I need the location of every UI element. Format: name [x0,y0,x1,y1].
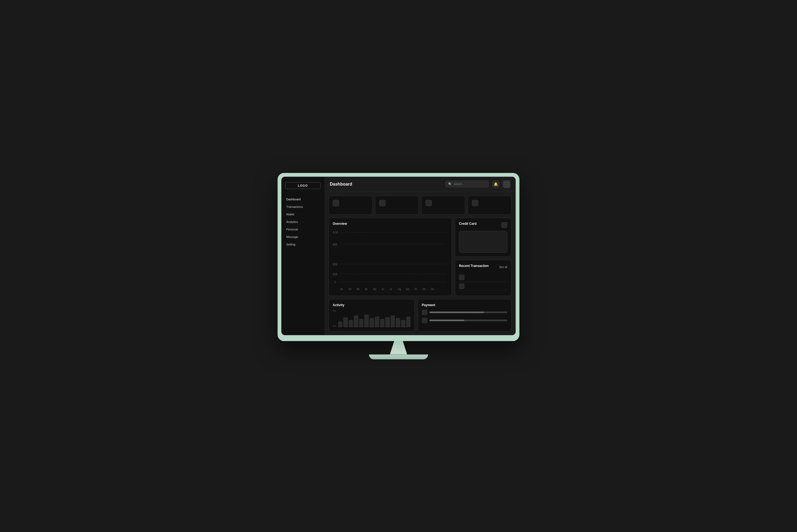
logo: LOGO [285,182,320,189]
sidebar: LOGO Dashboard Transactions Wallet Analy… [281,177,325,335]
overview-title: Overview [333,222,448,226]
bar-9 [380,319,384,327]
bar-3 [349,320,353,327]
search-icon: 🔍 [448,182,452,186]
credit-card-panel: Credit Card [455,218,511,257]
monitor-stand-neck [388,341,409,355]
stat-icon-1 [333,200,339,206]
search-box[interactable]: 🔍 [445,181,489,187]
bar-2 [344,318,348,327]
payment-icon-1 [422,310,427,315]
overview-panel: Overview $1100 [329,218,452,296]
overview-svg: $1100 $900 $300 $100 0 Jan Feb Mar A [333,228,448,292]
stat-card-1 [329,196,372,214]
header: Dashboard 🔍 🔔 [325,177,516,192]
svg-text:Sep: Sep [406,287,409,290]
search-input[interactable] [453,183,486,186]
stat-card-2 [375,196,419,214]
bar-5 [359,319,363,327]
activity-panel: Activity $3k $2k [329,299,414,331]
stat-cards-row [329,196,511,214]
svg-text:$100: $100 [333,272,337,276]
sidebar-item-wallet[interactable]: Wallet [285,211,320,218]
bar-11 [391,316,395,327]
sidebar-item-setting[interactable]: Setting [285,241,320,248]
transaction-icon-1 [459,275,464,280]
right-column: Credit Card Recent Transaction See all [455,218,511,296]
svg-text:Apr: Apr [365,287,368,290]
payment-bar-fill-2 [429,320,465,321]
sidebar-item-dashboard[interactable]: Dashboard [285,195,320,203]
sidebar-item-message[interactable]: Message [285,233,320,241]
recent-transaction-title: Recent Transaction [459,264,489,268]
bar-8 [375,317,379,327]
bar-13 [401,320,405,327]
see-all-link[interactable]: See all [499,266,507,269]
transaction-item-1 [459,273,507,282]
payment-title: Payment [422,303,507,307]
svg-text:Jan: Jan [340,287,343,290]
svg-text:Feb: Feb [349,287,351,290]
middle-row: Overview $1100 [329,218,511,296]
svg-text:May: May [373,287,377,290]
payment-bar-1 [429,311,507,313]
svg-text:Aug: Aug [398,287,401,290]
bar-14 [406,317,410,327]
recent-transaction-header: Recent Transaction See all [459,264,507,270]
svg-text:$900: $900 [333,242,337,246]
avatar[interactable] [503,180,510,188]
monitor-stand-base [369,355,428,359]
bottom-row: Activity $3k $2k [329,299,511,331]
stat-card-3 [421,196,465,214]
overview-chart: $1100 $900 $300 $100 0 Jan Feb Mar A [333,228,448,292]
svg-text:Nov: Nov [423,287,426,290]
credit-card-header: Credit Card [459,222,507,228]
stat-icon-2 [379,200,386,206]
payment-panel: Payment [418,299,511,331]
bar-1 [338,322,342,327]
credit-card-button[interactable] [501,222,507,228]
transaction-icon-2 [459,284,464,289]
content-area: Overview $1100 [325,192,516,335]
payment-item-2 [422,318,507,323]
svg-text:Jul: Jul [390,287,392,290]
stat-card-4 [468,196,512,214]
stat-icon-4 [472,200,478,206]
activity-y-label-1: $3k [333,310,336,312]
bar-7 [370,318,374,327]
sidebar-item-personal[interactable]: Personal [285,226,320,233]
transaction-item-2 [459,282,507,291]
activity-y-labels: $3k $2k [333,310,336,327]
bar-12 [396,318,400,327]
svg-text:Jun: Jun [381,287,384,290]
svg-text:$1100: $1100 [333,230,338,234]
payment-bar-fill-1 [429,311,484,313]
activity-y-label-2: $2k [333,325,336,327]
notification-button[interactable]: 🔔 [492,180,500,188]
payment-bar-2 [429,320,507,321]
activity-title: Activity [333,303,411,307]
page-title: Dashboard [330,182,442,187]
svg-text:$300: $300 [333,262,337,266]
credit-card-title: Credit Card [459,222,477,226]
svg-text:Oct: Oct [414,287,417,290]
svg-text:Mar: Mar [357,287,359,290]
bar-chart: $3k $2k [333,310,411,327]
main-content: Dashboard 🔍 🔔 [325,177,516,335]
recent-transaction-panel: Recent Transaction See all [455,260,511,296]
sidebar-item-transactions[interactable]: Transactions [285,203,320,211]
payment-icon-2 [422,318,427,323]
bar-6 [364,315,368,327]
stat-icon-3 [425,200,432,206]
sidebar-item-analytics[interactable]: Analytics [285,218,320,226]
bar-10 [385,318,389,327]
svg-text:0: 0 [335,280,336,284]
svg-text:Dec: Dec [431,287,434,290]
bar-4 [354,316,358,327]
monitor-chin [281,335,516,341]
credit-card-visual [459,231,507,253]
payment-item-1 [422,310,507,315]
